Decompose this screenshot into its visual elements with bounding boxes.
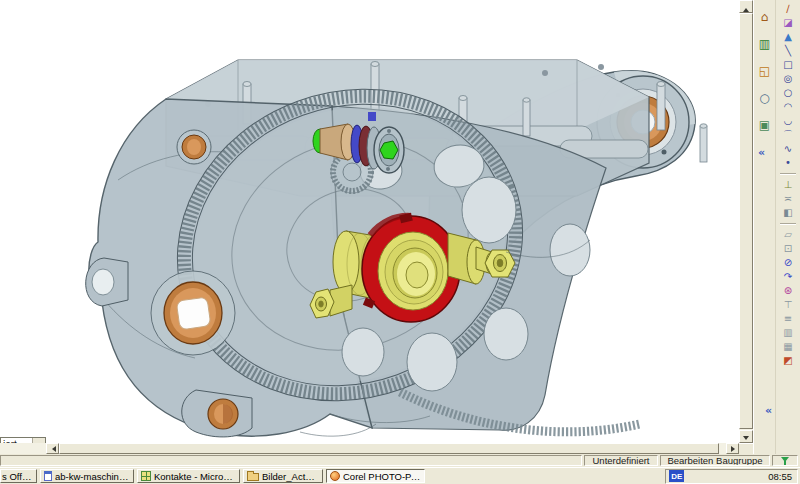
cad-graphics-area[interactable]: iert <box>0 0 739 443</box>
combobox-dropdown-arrow-icon[interactable] <box>32 438 45 443</box>
leftover-combobox[interactable]: iert <box>0 437 46 443</box>
taskbar-app-icon <box>141 471 151 481</box>
offset-entities-icon[interactable]: ⊡ <box>778 242 798 256</box>
taskbar-app-icon <box>44 471 52 481</box>
dimension-icon[interactable]: ⊥ <box>778 178 798 192</box>
circular-pattern-icon[interactable]: ▦ <box>778 340 798 354</box>
polygon-icon[interactable]: ▱ <box>778 228 798 242</box>
taskbar-button-wordpad-doc[interactable]: ab-kw-maschinenbau.rtf ... <box>40 469 134 483</box>
horizontal-scrollbar[interactable] <box>0 443 739 454</box>
ellipse-icon[interactable]: ⊘ <box>778 256 798 270</box>
taskbar-button-outlook[interactable]: Kontakte - Microsoft Outl... <box>137 469 240 483</box>
zoom-icon[interactable]: ○ <box>755 84 775 111</box>
image-icon[interactable]: ▣ <box>755 111 775 138</box>
construction-geometry-icon[interactable]: ≡ <box>778 312 798 326</box>
combobox-value: iert <box>1 438 32 443</box>
standard-toolbar: ⌂ ▥ ◱ ○ ▣ <box>754 0 776 454</box>
taskbar-app-icon <box>247 473 259 481</box>
perimeter-circle-icon[interactable]: ○ <box>778 86 798 100</box>
three-point-arc-icon[interactable]: ⌒ <box>778 128 798 142</box>
vertical-scrollbar-thumb[interactable] <box>739 13 753 429</box>
language-indicator[interactable]: DE <box>669 470 684 482</box>
status-filter-field[interactable] <box>772 455 798 466</box>
point-icon[interactable]: • <box>778 156 798 170</box>
rectangle-icon[interactable]: □ <box>778 58 798 72</box>
tangent-arc-icon[interactable]: ◡ <box>778 114 798 128</box>
scroll-down-arrow-icon[interactable] <box>739 430 753 443</box>
application-window: iert ⌂ ▥ ◱ ○ ▣ <box>0 0 800 484</box>
erase-icon[interactable]: ◪ <box>778 16 798 30</box>
sketch-toolbar: ∕ ◪ ▲ ╲ □ ◎ ○ ◠ ◡ ⌒ <box>776 0 800 454</box>
filter-funnel-icon <box>781 457 789 466</box>
toolbar-divider <box>780 223 796 225</box>
taskbar-button-photopaint[interactable]: Corel PHOTO-PAINT 11 <box>326 469 425 483</box>
taskbar-app-icon <box>330 471 340 481</box>
auto-dimension-icon[interactable]: ≍ <box>778 192 798 206</box>
vertical-scrollbar[interactable] <box>739 0 753 443</box>
scroll-left-arrow-icon[interactable] <box>46 443 59 454</box>
spline-icon[interactable]: ∿ <box>778 142 798 156</box>
cad-model-gear-pump-assembly <box>0 0 739 443</box>
scroll-right-arrow-icon[interactable] <box>726 443 739 454</box>
right-tool-panel: ⌂ ▥ ◱ ○ ▣ ∕ ◪ ▲ ╲ <box>753 0 800 454</box>
sketch-toolbar-collapse-chevron[interactable]: « <box>765 404 772 417</box>
modify-sketch-icon[interactable]: ◩ <box>778 354 798 368</box>
horizontal-scrollbar-thumb[interactable] <box>59 443 719 454</box>
status-constraint-state: Unterdefiniert <box>584 455 658 466</box>
chart-icon[interactable]: ▥ <box>755 30 775 57</box>
parabola-icon[interactable]: ↷ <box>778 270 798 284</box>
mirror-icon[interactable]: ◧ <box>778 206 798 220</box>
hatch-icon[interactable]: ⊛ <box>778 284 798 298</box>
linear-pattern-icon[interactable]: ▥ <box>778 326 798 340</box>
line-icon[interactable]: ╲ <box>778 44 798 58</box>
sketch-pencil-icon[interactable]: ∕ <box>778 2 798 16</box>
centerpoint-arc-icon[interactable]: ◠ <box>778 100 798 114</box>
system-tray: DE 08:55 <box>665 469 798 484</box>
status-message <box>0 455 582 466</box>
toolbar-divider <box>780 173 796 175</box>
rebuild-icon[interactable]: ⌂ <box>755 3 775 30</box>
circle-icon[interactable]: ◎ <box>778 72 798 86</box>
windows-taskbar: s Office Pro... ab-kw-maschinenbau.rtf .… <box>0 467 800 484</box>
taskbar-clock: 08:55 <box>764 471 794 482</box>
convert-entities-icon[interactable]: ▲ <box>778 30 798 44</box>
scroll-up-arrow-icon[interactable] <box>739 0 753 13</box>
status-bar: Unterdefiniert Bearbeiten Baugruppe <box>0 454 800 467</box>
taskbar-button-office[interactable]: s Office Pro... <box>0 469 37 483</box>
trim-icon[interactable]: ⊤ <box>778 298 798 312</box>
standard-toolbar-collapse-chevron[interactable]: « <box>758 146 765 159</box>
taskbar-button-folder[interactable]: Bilder_ActDummy <box>243 469 323 483</box>
status-edit-mode: Bearbeiten Baugruppe <box>660 455 770 466</box>
zoom-area-icon[interactable]: ◱ <box>755 57 775 84</box>
